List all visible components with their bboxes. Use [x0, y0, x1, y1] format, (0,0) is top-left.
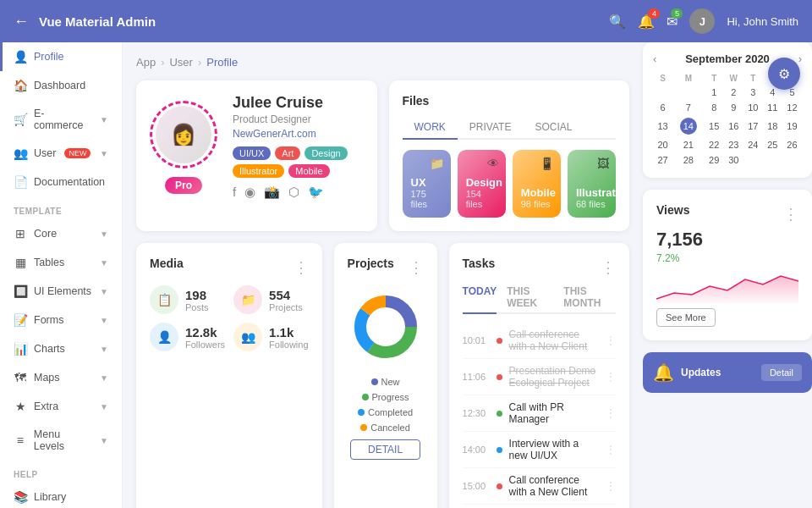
task-more-icon[interactable]: ⋮ [606, 407, 616, 419]
cal-cell[interactable]: 1 [705, 85, 724, 100]
cal-cell[interactable]: 19 [782, 115, 802, 137]
cal-cell[interactable]: 6 [653, 100, 672, 115]
chevron-down-icon-2: ▼ [100, 149, 108, 158]
media-menu-icon[interactable]: ⋮ [294, 258, 309, 277]
gear-fab[interactable]: ⚙ [768, 58, 800, 90]
facebook-icon[interactable]: f [233, 185, 236, 200]
cal-next-icon[interactable]: › [798, 52, 802, 65]
sidebar-item-extra[interactable]: ★ Extra ▼ [0, 392, 122, 421]
tasks-list: 10:01 Call conference with a New Client … [463, 323, 616, 508]
folder-ux[interactable]: 📁 UX 175 files [403, 150, 451, 218]
sidebar-item-docs[interactable]: 📄 Documentation [0, 168, 122, 196]
views-menu-icon[interactable]: ⋮ [783, 205, 798, 224]
cal-cell[interactable]: 18 [763, 115, 782, 137]
dribbble-icon[interactable]: ◉ [244, 185, 255, 200]
task-more-icon[interactable]: ⋮ [606, 334, 616, 346]
folder-illustration[interactable]: 🖼 Illustration 68 files [568, 150, 616, 218]
cal-cell[interactable]: 29 [705, 152, 724, 168]
breadcrumb-app[interactable]: App [136, 56, 156, 69]
media-header: Media ⋮ [150, 257, 309, 279]
task-text: Call with PR Manager [509, 401, 599, 425]
views-card: Views ⋮ 7,156 7.2% See More [643, 190, 812, 340]
cal-cell[interactable]: 17 [743, 115, 763, 137]
task-more-icon[interactable]: ⋮ [606, 444, 616, 456]
avatar[interactable]: J [689, 8, 715, 34]
tab-today[interactable]: TODAY [463, 282, 497, 314]
tab-work[interactable]: WORK [403, 116, 458, 140]
notifications-icon[interactable]: 🔔 4 [638, 14, 655, 30]
projects-label: Projects [269, 302, 303, 312]
tab-private[interactable]: PRIVATE [458, 116, 524, 140]
folder-mobile[interactable]: 📱 Mobile 98 files [513, 150, 561, 218]
cal-cell[interactable]: 21 [672, 137, 705, 152]
back-icon[interactable]: ← [14, 13, 29, 30]
breadcrumb-profile: Profile [206, 56, 238, 69]
cal-cell[interactable]: 28 [672, 152, 705, 168]
followers-icon: 👤 [150, 323, 178, 351]
task-time: 10:01 [463, 335, 490, 345]
search-icon[interactable]: 🔍 [609, 14, 626, 30]
folder-illustration-icon: 🖼 [597, 157, 609, 170]
tasks-menu-icon[interactable]: ⋮ [601, 258, 616, 277]
top-row: 👩 Pro Julee Cruise Product Designer NewG… [136, 80, 629, 231]
task-more-icon[interactable]: ⋮ [606, 480, 616, 492]
chevron-forms: ▼ [100, 316, 108, 325]
sidebar-item-dashboard[interactable]: 🏠 Dashboard [0, 71, 122, 100]
cal-cell[interactable]: 10 [743, 100, 763, 115]
updates-detail-button[interactable]: Detail [761, 364, 802, 381]
sidebar-item-charts[interactable]: 📊 Charts ▼ [0, 334, 122, 363]
task-more-icon[interactable]: ⋮ [606, 371, 616, 383]
sidebar-item-user[interactable]: 👥 User NEW ▼ [0, 139, 122, 168]
cal-cell[interactable]: 16 [724, 115, 743, 137]
messages-icon[interactable]: ✉ 5 [667, 14, 678, 30]
cal-cell[interactable]: 15 [705, 115, 724, 137]
ui-icon: 🔲 [14, 284, 27, 298]
cal-cell[interactable]: 25 [763, 137, 782, 152]
folder-design[interactable]: 👁 Design 154 files [458, 150, 506, 218]
sidebar-item-ecommerce[interactable]: 🛒 E-commerce ▼ [0, 100, 122, 139]
cal-cell[interactable]: 2 [724, 85, 743, 100]
sidebar-item-maps[interactable]: 🗺 Maps ▼ [0, 363, 122, 392]
cal-cell[interactable]: 24 [743, 137, 763, 152]
cal-cell[interactable]: 3 [743, 85, 763, 100]
sidebar-item-tables[interactable]: ▦ Tables ▼ [0, 248, 122, 277]
tab-social[interactable]: SOCIAL [523, 116, 584, 140]
cal-cell[interactable]: 9 [724, 100, 743, 115]
projects-menu-icon[interactable]: ⋮ [409, 258, 424, 277]
cal-cell[interactable]: 13 [653, 115, 672, 137]
cal-cell[interactable]: 27 [653, 152, 672, 168]
chevron-tables: ▼ [100, 258, 108, 268]
sidebar-item-library[interactable]: 📚 Library [0, 483, 122, 508]
cal-prev-icon[interactable]: ‹ [653, 52, 656, 65]
sidebar-label-ecommerce: E-commerce [34, 108, 93, 131]
cal-cell[interactable]: 20 [653, 137, 672, 152]
sidebar-item-profile[interactable]: 👤 Profile [0, 42, 122, 71]
sidebar-item-menu[interactable]: ≡ Menu Levels ▼ [0, 421, 122, 460]
cal-cell[interactable]: 7 [672, 100, 705, 115]
cal-cell[interactable]: 26 [782, 137, 802, 152]
sidebar-item-ui[interactable]: 🔲 UI Elements ▼ [0, 277, 122, 306]
sidebar-label-profile: Profile [34, 51, 63, 63]
instagram-icon[interactable]: 📸 [264, 185, 280, 200]
breadcrumb-user[interactable]: User [169, 56, 192, 69]
cal-cell[interactable]: 12 [782, 100, 802, 115]
profile-website[interactable]: NewGenerArt.com [233, 128, 316, 140]
tab-this-week[interactable]: THIS WEEK [507, 282, 553, 314]
stat-followers: 👤 12.8k Followers [150, 323, 225, 351]
cal-cell[interactable]: 30 [724, 152, 743, 168]
task-time: 12:30 [463, 408, 490, 418]
sidebar-item-core[interactable]: ⊞ Core ▼ [0, 219, 122, 248]
cal-cell[interactable]: 8 [705, 100, 724, 115]
twitter-icon[interactable]: 🐦 [308, 185, 324, 200]
cal-cell[interactable]: 11 [763, 100, 782, 115]
github-icon[interactable]: ⬡ [288, 185, 299, 200]
cal-today-cell[interactable]: 14 [672, 115, 705, 137]
cal-cell[interactable]: 23 [724, 137, 743, 152]
see-more-button[interactable]: See More [656, 308, 716, 327]
tab-this-month[interactable]: THIS MONTH [563, 282, 616, 314]
cal-week-2: 6 7 8 9 10 11 12 [653, 100, 802, 115]
cal-cell[interactable]: 22 [705, 137, 724, 152]
detail-button[interactable]: DETAIL [350, 439, 420, 460]
folder-design-name: Design [466, 176, 497, 189]
sidebar-item-forms[interactable]: 📝 Forms ▼ [0, 306, 122, 334]
